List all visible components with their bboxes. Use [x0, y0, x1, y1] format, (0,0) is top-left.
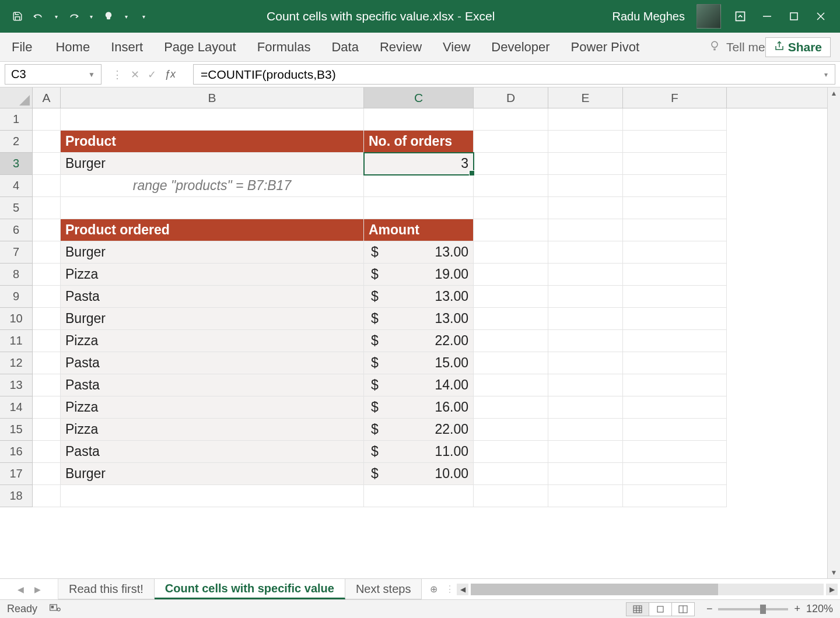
cell-E2[interactable] [548, 131, 623, 153]
tab-view[interactable]: View [432, 33, 481, 61]
grid-body[interactable]: 12ProductNo. of orders3Burger34range "pr… [0, 108, 827, 578]
cell-D6[interactable] [474, 219, 548, 241]
col-header-D[interactable]: D [474, 87, 548, 108]
cell-D1[interactable] [474, 108, 548, 131]
cell-D12[interactable] [474, 352, 548, 374]
col-header-B[interactable]: B [61, 87, 364, 108]
col-header-F[interactable]: F [623, 87, 727, 108]
cell-F6[interactable] [623, 219, 727, 241]
row-header[interactable]: 10 [0, 308, 33, 330]
undo-icon[interactable] [33, 10, 44, 22]
row-header[interactable]: 14 [0, 396, 33, 419]
user-name[interactable]: Radu Meghes [612, 10, 685, 23]
normal-view-button[interactable] [626, 602, 649, 616]
cell-F2[interactable] [623, 131, 727, 153]
row-header[interactable]: 12 [0, 352, 33, 374]
cell-F9[interactable] [623, 286, 727, 308]
cell-A14[interactable] [33, 396, 61, 419]
tab-insert[interactable]: Insert [100, 33, 153, 61]
zoom-thumb[interactable] [760, 605, 766, 614]
cell-A3[interactable] [33, 153, 61, 175]
cell-C1[interactable] [364, 108, 474, 131]
cell-D16[interactable] [474, 441, 548, 463]
cell-B1[interactable] [61, 108, 364, 131]
avatar[interactable] [696, 4, 721, 29]
cell-E14[interactable] [548, 396, 623, 419]
cell-E3[interactable] [548, 153, 623, 175]
cell-A17[interactable] [33, 463, 61, 485]
cell-D5[interactable] [474, 197, 548, 219]
page-break-view-button[interactable] [671, 602, 695, 616]
cell-E9[interactable] [548, 286, 623, 308]
cell-B18[interactable] [61, 485, 364, 507]
tab-page-layout[interactable]: Page Layout [153, 33, 247, 61]
cell-B3[interactable]: Burger [61, 153, 364, 175]
cell-C17[interactable]: $10.00 [364, 463, 474, 485]
tab-power-pivot[interactable]: Power Pivot [561, 33, 650, 61]
zoom-in-button[interactable]: + [794, 603, 800, 615]
cell-A15[interactable] [33, 419, 61, 441]
row-header[interactable]: 11 [0, 330, 33, 352]
macro-recorder-icon[interactable] [49, 603, 61, 615]
expand-formula-icon[interactable]: ▾ [824, 71, 828, 79]
cell-E6[interactable] [548, 219, 623, 241]
sheet-tab-count-cells[interactable]: Count cells with specific value [155, 579, 345, 599]
scroll-track[interactable] [828, 99, 840, 567]
row-header[interactable]: 5 [0, 197, 33, 219]
cell-A6[interactable] [33, 219, 61, 241]
scroll-up-icon[interactable]: ▲ [828, 87, 840, 99]
enter-icon[interactable]: ✓ [148, 68, 156, 81]
cell-F5[interactable] [623, 197, 727, 219]
row-header[interactable]: 9 [0, 286, 33, 308]
cell-B11[interactable]: Pizza [61, 330, 364, 352]
cell-F14[interactable] [623, 396, 727, 419]
hscroll-track[interactable] [471, 584, 824, 595]
minimize-icon[interactable] [760, 9, 775, 24]
add-sheet-button[interactable]: ⊕ [422, 579, 445, 599]
row-header[interactable]: 16 [0, 441, 33, 463]
select-all-corner[interactable] [0, 87, 33, 108]
row-header[interactable]: 17 [0, 463, 33, 485]
cell-E10[interactable] [548, 308, 623, 330]
tell-me[interactable]: Tell me [709, 40, 765, 54]
cell-E11[interactable] [548, 330, 623, 352]
cell-C4[interactable] [364, 175, 474, 197]
hscroll-left-icon[interactable]: ◀ [457, 584, 468, 595]
fx-icon[interactable]: ƒx [164, 68, 183, 80]
row-header[interactable]: 15 [0, 419, 33, 441]
undo-dropdown-icon[interactable]: ▾ [54, 10, 58, 22]
cancel-icon[interactable]: ✕ [131, 68, 139, 81]
cell-A9[interactable] [33, 286, 61, 308]
cell-D15[interactable] [474, 419, 548, 441]
row-header[interactable]: 6 [0, 219, 33, 241]
cell-D7[interactable] [474, 241, 548, 264]
save-icon[interactable] [12, 10, 23, 22]
cell-E5[interactable] [548, 197, 623, 219]
maximize-icon[interactable] [786, 9, 802, 24]
tab-developer[interactable]: Developer [481, 33, 560, 61]
tab-review[interactable]: Review [369, 33, 432, 61]
cell-F1[interactable] [623, 108, 727, 131]
sheet-next-icon[interactable]: ▶ [34, 585, 41, 594]
zoom-slider[interactable] [718, 608, 788, 610]
cell-C8[interactable]: $19.00 [364, 264, 474, 286]
col-header-E[interactable]: E [548, 87, 623, 108]
tab-formulas[interactable]: Formulas [247, 33, 321, 61]
cell-D13[interactable] [474, 374, 548, 396]
tab-file[interactable]: File [9, 33, 45, 61]
cell-C7[interactable]: $13.00 [364, 241, 474, 264]
share-button[interactable]: Share [765, 37, 831, 57]
cell-A16[interactable] [33, 441, 61, 463]
col-header-A[interactable]: A [33, 87, 61, 108]
vertical-scrollbar[interactable]: ▲ ▼ [827, 87, 840, 578]
cell-F18[interactable] [623, 485, 727, 507]
cell-B17[interactable]: Burger [61, 463, 364, 485]
cell-F11[interactable] [623, 330, 727, 352]
tab-data[interactable]: Data [321, 33, 369, 61]
cell-B10[interactable]: Burger [61, 308, 364, 330]
cell-B16[interactable]: Pasta [61, 441, 364, 463]
row-header[interactable]: 3 [0, 153, 33, 175]
ribbon-options-icon[interactable] [733, 9, 748, 24]
cell-E13[interactable] [548, 374, 623, 396]
cell-B6[interactable]: Product ordered [61, 219, 364, 241]
